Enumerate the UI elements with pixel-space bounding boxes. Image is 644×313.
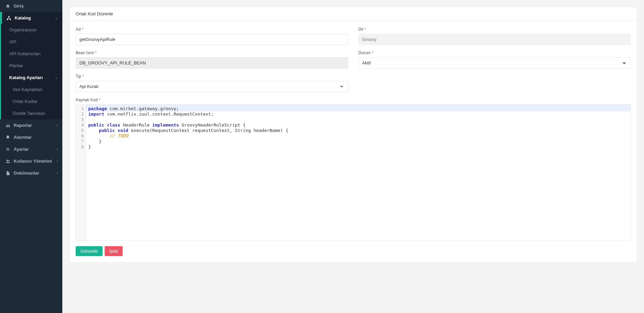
chevron-left-icon: ‹ [57,159,58,163]
sidebar-item-plans[interactable]: Planlar [1,60,62,72]
type-select[interactable]: Api Kuralı [76,81,348,92]
svg-point-7 [8,160,10,161]
source-label: Kaynak Kod * [76,98,631,102]
gear-icon [5,147,11,152]
edit-panel: Ortak Kod Düzenle Ad * Bean İsmi * [69,7,637,263]
svg-point-6 [6,160,8,161]
sidebar-item-data-sources[interactable]: Veri Kaynakları [1,84,62,95]
chevron-left-icon: ‹ [57,123,58,127]
sidebar-item-catalog-settings[interactable]: Katalog Ayarları ⌄ [1,72,62,84]
lang-label: Dil * [358,27,631,32]
name-input[interactable] [76,34,348,45]
nav-alarms[interactable]: Alarmlar [0,131,62,143]
chevron-left-icon: ‹ [57,171,58,175]
svg-rect-3 [6,125,7,127]
status-label: Durum * [358,50,631,55]
update-button[interactable]: Güncelle [76,246,103,256]
sidebar-item-api[interactable]: API [1,36,62,48]
nav-alarms-label: Alarmlar [14,135,32,140]
bean-label: Bean İsmi * [76,50,348,55]
panel-title: Ortak Kod Düzenle [70,7,637,21]
svg-rect-4 [7,124,8,127]
bean-input [76,57,348,69]
chevron-left-icon: ‹ [57,147,58,151]
nav-settings-label: Ayarlar [14,147,29,152]
users-icon [5,159,11,164]
name-label: Ad * [76,27,348,32]
svg-rect-1 [7,19,8,20]
code-content[interactable]: package com.mirket.gateway.groovy;import… [86,105,630,240]
chevron-down-icon: ⌄ [55,76,58,79]
sidebar-item-shared-codes[interactable]: Ortak Kodlar [1,95,62,107]
chart-icon [5,123,11,128]
svg-rect-2 [10,19,11,20]
home-icon [5,4,11,9]
type-label: Tip * [76,74,348,79]
svg-rect-0 [8,16,10,17]
nav-katalog-group: Katalog ⌄ Organizasyon API API Kullanıcı… [0,12,62,119]
sidebar-item-organization[interactable]: Organizasyon [1,24,62,36]
lang-select: Groovy [358,34,631,45]
svg-rect-5 [9,125,10,127]
nav-reports-label: Raporlar [14,123,32,128]
bell-icon [5,135,11,140]
code-gutter: 12345678 [76,105,86,240]
status-select[interactable]: Aktif [358,57,631,69]
catalog-settings-label: Katalog Ayarları [9,75,43,80]
nav-documents[interactable]: Dokümanlar ‹ [0,167,62,179]
nav-katalog[interactable]: Katalog ⌄ [1,12,62,24]
source-code-editor[interactable]: 12345678 package com.mirket.gateway.groo… [76,104,631,241]
sidebar-item-api-users[interactable]: API Kullanıcıları [1,48,62,60]
nav-documents-label: Dokümanlar [14,170,39,176]
cancel-button[interactable]: İptal [105,246,123,256]
file-icon [5,171,11,176]
nav-user-management[interactable]: Kullanıcı Yönetimi ‹ [0,155,62,167]
sitemap-icon [6,16,12,20]
nav-katalog-label: Katalog [15,15,31,20]
nav-settings[interactable]: Ayarlar ‹ [0,143,62,155]
chevron-down-icon: ⌄ [55,16,58,20]
sidebar: Giriş Katalog ⌄ Organizasyon API API Kul… [0,0,62,313]
sidebar-item-feature-defs[interactable]: Özellik Tanımları [1,107,62,119]
nav-user-mgmt-label: Kullanıcı Yönetimi [14,159,52,164]
main-content: Ortak Kod Düzenle Ad * Bean İsmi * [62,0,644,313]
nav-home[interactable]: Giriş [0,0,62,12]
nav-home-label: Giriş [14,3,24,9]
nav-reports[interactable]: Raporlar ‹ [0,119,62,131]
